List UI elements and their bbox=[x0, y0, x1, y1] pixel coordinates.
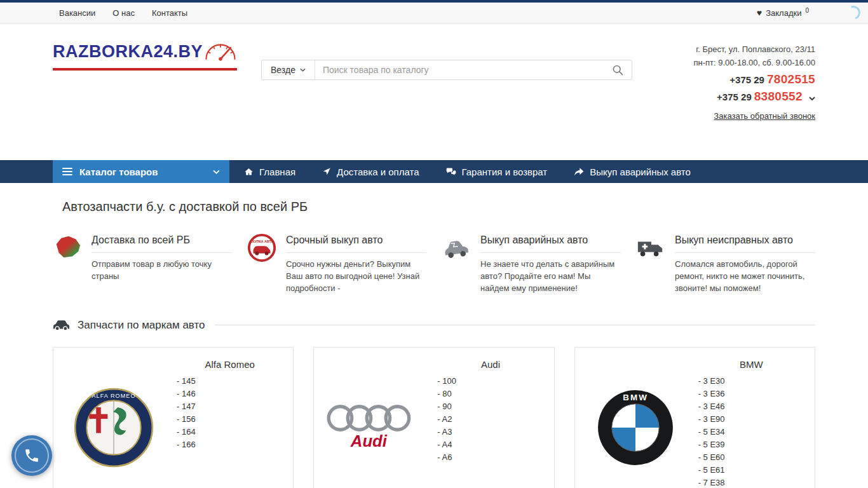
nav-item-home[interactable]: Главная bbox=[231, 160, 309, 183]
model-link[interactable]: - A4 bbox=[437, 438, 543, 451]
model-list: - 100 - 80 - 90 - A2 - A3 - A4 - A6 bbox=[437, 375, 543, 464]
svg-text:Audi: Audi bbox=[350, 432, 388, 450]
model-link[interactable]: - 3 Е36 bbox=[698, 388, 804, 400]
brands-grid: ALFA ROMEO Alfa Romeo - 145 - 146 - 147 … bbox=[53, 347, 815, 488]
car-icon bbox=[53, 319, 70, 332]
feature-text: Не знаете что делать с аварийным авто? П… bbox=[480, 259, 621, 295]
brands-section-header: Запчасти по маркам авто bbox=[53, 319, 815, 332]
nav-item-label: Выкуп аварийных авто bbox=[590, 166, 691, 177]
feature-title: Срочный выкуп авто bbox=[286, 233, 426, 253]
car-buyout-badge-icon: СКУПКА АВТО bbox=[247, 233, 276, 262]
phone-fab-button[interactable] bbox=[11, 435, 52, 476]
bookmarks-link[interactable]: ♥ Закладки 0 bbox=[757, 8, 809, 18]
phone-number-2: 8380552 bbox=[754, 90, 803, 103]
belarus-map-icon bbox=[53, 233, 82, 262]
section-divider bbox=[215, 325, 815, 325]
phone-number-1: 7802515 bbox=[767, 72, 815, 86]
model-link[interactable]: - 3 Е46 bbox=[698, 400, 804, 413]
bookmarks-count: 0 bbox=[805, 7, 809, 14]
feature-text: Сломался автомобиль, дорогой ремонт, ник… bbox=[675, 259, 815, 295]
phone-prefix-2: +375 29 bbox=[717, 92, 752, 102]
comments-icon bbox=[446, 167, 456, 177]
topbar-link-contacts[interactable]: Контакты bbox=[152, 8, 187, 18]
feature-text: Срочно нужны деньги? Выкупим Ваш авто по… bbox=[286, 259, 426, 295]
topbar-links: Вакансии О нас Контакты bbox=[59, 8, 187, 18]
feature-accident-buyout: Выкуп аварийных авто Не знаете что делат… bbox=[442, 233, 621, 295]
audi-logo[interactable]: Audi bbox=[320, 354, 428, 488]
model-link[interactable]: - 145 bbox=[177, 375, 283, 388]
logo-text: RAZBORKA24.BY bbox=[53, 43, 203, 62]
feature-broken-buyout: Выкуп неисправных авто Сломался автомоби… bbox=[636, 233, 815, 295]
model-link[interactable]: - A6 bbox=[437, 451, 543, 464]
magnifier-icon bbox=[612, 64, 623, 76]
nav-item-label: Главная bbox=[259, 166, 295, 177]
model-link[interactable]: - 5 Е39 bbox=[698, 438, 804, 451]
topbar-link-vacancies[interactable]: Вакансии bbox=[59, 8, 95, 18]
model-link[interactable]: - 146 bbox=[177, 388, 283, 400]
search-category-dropdown[interactable]: Везде bbox=[262, 60, 315, 79]
brand-info: BMW - 3 Е30 - 3 Е36 - 3 Е46 - 3 Е90 - 5 … bbox=[689, 354, 808, 488]
model-list: - 3 Е30 - 3 Е36 - 3 Е46 - 3 Е90 - 5 Е34 … bbox=[698, 375, 804, 488]
nav-item-delivery[interactable]: Доставка и оплата bbox=[309, 160, 432, 183]
topbar-link-about[interactable]: О нас bbox=[112, 8, 135, 18]
brand-card-audi: Audi Audi - 100 - 80 - 90 - A2 - A3 - A4… bbox=[313, 347, 554, 488]
site-header: RAZBORKA24.BY Везде г. Брест, ул. Поплав… bbox=[53, 24, 815, 160]
crashed-car-icon bbox=[442, 233, 471, 262]
model-link[interactable]: - 166 bbox=[177, 438, 283, 451]
page-title: Автозапчасти б.у. с доставкой по всей РБ bbox=[53, 200, 815, 214]
svg-text:СКУПКА АВТО: СКУПКА АВТО bbox=[250, 240, 273, 243]
model-link[interactable]: - 5 Е61 bbox=[698, 464, 804, 477]
search-category-value: Везде bbox=[271, 65, 295, 75]
brand-name[interactable]: BMW bbox=[698, 359, 804, 370]
feature-delivery: Доставка по всей РБ Отправим товар в люб… bbox=[53, 233, 232, 295]
main-content: Автозапчасти б.у. с доставкой по всей РБ… bbox=[53, 200, 815, 488]
brand-name[interactable]: Audi bbox=[437, 359, 543, 370]
model-link[interactable]: - 90 bbox=[437, 400, 543, 413]
model-link[interactable]: - 5 Е60 bbox=[698, 451, 804, 464]
heart-icon: ♥ bbox=[757, 8, 762, 17]
nav-item-label: Доставка и оплата bbox=[337, 166, 419, 177]
nav-item-warranty[interactable]: Гарантия и возврат bbox=[433, 160, 561, 183]
share-arrow-icon bbox=[574, 167, 584, 176]
callback-link[interactable]: Заказать обратный звонок bbox=[714, 109, 815, 123]
phone-link-2[interactable]: +375 298380552 bbox=[694, 90, 815, 104]
chevron-down-icon bbox=[213, 170, 220, 174]
feature-title: Доставка по всей РБ bbox=[92, 233, 232, 253]
search-input[interactable] bbox=[315, 65, 604, 75]
brand-name[interactable]: Alfa Romeo bbox=[177, 359, 283, 370]
top-bar: Вакансии О нас Контакты ♥ Закладки 0 bbox=[0, 3, 868, 24]
model-link[interactable]: - A2 bbox=[437, 413, 543, 426]
model-list: - 145 - 146 - 147 - 156 - 164 - 166 bbox=[177, 375, 283, 451]
alfa-romeo-logo[interactable]: ALFA ROMEO bbox=[60, 354, 168, 488]
phone-dropdown-chevron-icon[interactable] bbox=[809, 92, 815, 102]
working-hours: пн-пт: 9.00-18.00, сб. 9.00-16.00 bbox=[694, 56, 815, 69]
model-link[interactable]: - A3 bbox=[437, 426, 543, 438]
brand-card-bmw: BMW BMW - 3 Е30 - 3 Е36 - 3 Е46 - 3 Е90 … bbox=[574, 347, 815, 488]
feature-text: Отправим товар в любую точку страны bbox=[92, 259, 232, 283]
brand-info: Alfa Romeo - 145 - 146 - 147 - 156 - 164… bbox=[168, 354, 287, 488]
search-button[interactable] bbox=[604, 60, 632, 79]
model-link[interactable]: - 80 bbox=[437, 388, 543, 400]
location-arrow-icon bbox=[322, 167, 331, 176]
loading-spinner bbox=[844, 3, 862, 22]
model-link[interactable]: - 3 Е30 bbox=[698, 375, 804, 388]
phone-icon bbox=[24, 447, 40, 464]
feature-urgent-buyout: СКУПКА АВТО Срочный выкуп авто Срочно ну… bbox=[247, 233, 426, 295]
feature-title: Выкуп аварийных авто bbox=[480, 233, 621, 253]
svg-text:BMW: BMW bbox=[623, 393, 648, 402]
phone-link-1[interactable]: +375 297802515 bbox=[694, 72, 815, 86]
model-link[interactable]: - 100 bbox=[437, 375, 543, 388]
bmw-logo[interactable]: BMW bbox=[581, 354, 689, 488]
catalog-button[interactable]: Каталог товаров bbox=[53, 160, 229, 183]
model-link[interactable]: - 3 Е90 bbox=[698, 413, 804, 426]
phone-prefix-1: +375 29 bbox=[729, 74, 764, 85]
model-link[interactable]: - 7 Е38 bbox=[698, 477, 804, 488]
nav-item-accident-buyout[interactable]: Выкуп аварийных авто bbox=[560, 160, 704, 183]
model-link[interactable]: - 164 bbox=[177, 426, 283, 438]
model-link[interactable]: - 5 Е34 bbox=[698, 426, 804, 438]
home-icon bbox=[244, 167, 254, 177]
logo[interactable]: RAZBORKA24.BY bbox=[53, 43, 237, 71]
model-link[interactable]: - 156 bbox=[177, 413, 283, 426]
model-link[interactable]: - 147 bbox=[177, 400, 283, 413]
svg-text:ALFA ROMEO: ALFA ROMEO bbox=[92, 393, 136, 399]
